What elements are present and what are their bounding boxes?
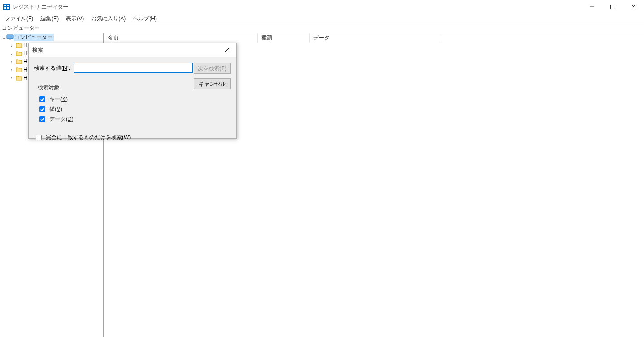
window-title: レジストリ エディター bbox=[13, 3, 581, 11]
svg-rect-2 bbox=[7, 5, 9, 6]
svg-rect-1 bbox=[4, 5, 6, 6]
chevron-right-icon[interactable]: › bbox=[9, 59, 15, 64]
svg-rect-3 bbox=[4, 7, 6, 9]
column-type[interactable]: 種類 bbox=[258, 33, 310, 43]
chevron-right-icon[interactable]: › bbox=[9, 43, 15, 48]
find-dialog: 検索 検索する値(N): 次を検索(F) キャンセル 検索対象 キー(K) 値(… bbox=[28, 43, 237, 139]
svg-rect-4 bbox=[7, 7, 9, 9]
folder-icon bbox=[16, 43, 22, 48]
checkbox-keys[interactable]: キー(K) bbox=[38, 94, 185, 104]
svg-rect-10 bbox=[9, 39, 11, 40]
dialog-close-button[interactable] bbox=[218, 43, 236, 57]
checkbox-data[interactable]: データ(D) bbox=[38, 114, 185, 124]
menu-bar: ファイル(F) 編集(E) 表示(V) お気に入り(A) ヘルプ(H) bbox=[0, 14, 644, 24]
close-button[interactable] bbox=[623, 0, 644, 14]
checkbox-keys-input[interactable] bbox=[39, 96, 45, 102]
search-input[interactable] bbox=[74, 63, 193, 73]
chevron-right-icon[interactable]: › bbox=[9, 76, 15, 81]
menu-favorites[interactable]: お気に入り(A) bbox=[88, 14, 129, 24]
checkbox-whole-word-input[interactable] bbox=[36, 135, 42, 140]
checkbox-whole-word[interactable]: 完全に一致するものだけを検索(W) bbox=[34, 133, 231, 142]
search-label: 検索する値(N): bbox=[34, 64, 70, 72]
minimize-button[interactable] bbox=[581, 0, 602, 14]
checkbox-data-input[interactable] bbox=[39, 116, 45, 122]
maximize-button[interactable] bbox=[602, 0, 623, 14]
tree-item[interactable]: H bbox=[24, 67, 28, 73]
svg-rect-9 bbox=[7, 35, 13, 39]
column-data[interactable]: データ bbox=[310, 33, 440, 43]
tree-item[interactable]: H bbox=[24, 75, 28, 81]
tree-root[interactable]: コンピューター bbox=[14, 34, 54, 41]
menu-view[interactable]: 表示(V) bbox=[62, 14, 88, 24]
checkbox-values[interactable]: 値(V) bbox=[38, 104, 185, 114]
search-target-group: 検索対象 キー(K) 値(V) データ(D) bbox=[34, 81, 188, 129]
chevron-right-icon[interactable]: › bbox=[9, 51, 15, 56]
address-bar[interactable]: コンピューター bbox=[0, 24, 644, 33]
group-title: 検索対象 bbox=[38, 84, 185, 91]
address-text: コンピューター bbox=[2, 24, 40, 32]
tree-item[interactable]: H bbox=[24, 58, 28, 65]
svg-rect-6 bbox=[611, 5, 615, 9]
menu-edit[interactable]: 編集(E) bbox=[37, 14, 62, 24]
tree-item[interactable]: H bbox=[24, 50, 28, 57]
folder-icon bbox=[16, 59, 22, 64]
chevron-down-icon[interactable]: ⌄ bbox=[1, 35, 6, 40]
folder-icon bbox=[16, 51, 22, 56]
dialog-title: 検索 bbox=[29, 46, 218, 54]
cancel-button[interactable]: キャンセル bbox=[194, 78, 231, 89]
app-icon bbox=[3, 3, 10, 10]
folder-icon bbox=[16, 67, 22, 72]
menu-help[interactable]: ヘルプ(H) bbox=[129, 14, 161, 24]
computer-icon bbox=[6, 34, 14, 40]
chevron-right-icon[interactable]: › bbox=[9, 67, 15, 72]
column-name[interactable]: 名前 bbox=[104, 33, 258, 43]
checkbox-values-input[interactable] bbox=[39, 106, 45, 112]
find-next-button[interactable]: 次を検索(F) bbox=[194, 63, 231, 74]
folder-icon bbox=[16, 75, 22, 81]
menu-file[interactable]: ファイル(F) bbox=[1, 14, 37, 24]
tree-item[interactable]: H bbox=[24, 42, 28, 48]
